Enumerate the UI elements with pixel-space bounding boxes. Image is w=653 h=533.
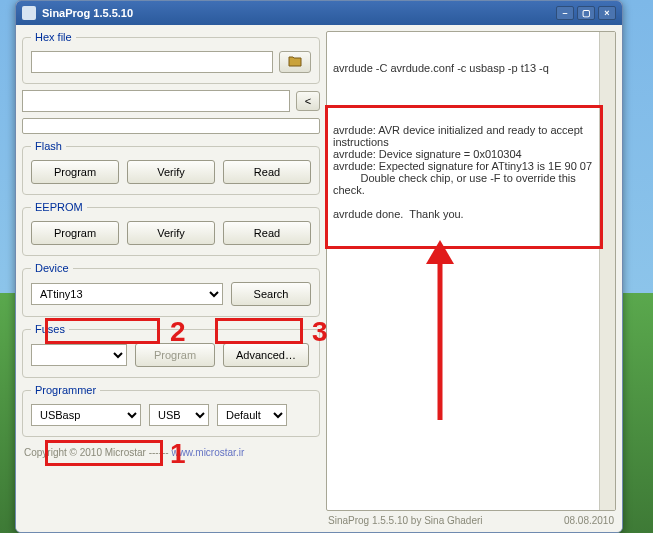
- expand-button[interactable]: <: [296, 91, 320, 111]
- programmer-select[interactable]: USBasp: [31, 404, 141, 426]
- speed-select[interactable]: Default: [217, 404, 287, 426]
- flash-program-button[interactable]: Program: [31, 160, 119, 184]
- right-column: avrdude -C avrdude.conf -c usbasp -p t13…: [326, 31, 616, 526]
- app-version-text: SinaProg 1.5.5.10 by Sina Ghaderi: [328, 515, 483, 526]
- port-select[interactable]: USB: [149, 404, 209, 426]
- window-buttons: – ▢ ×: [556, 6, 616, 20]
- left-column: Hex file < Flash: [22, 31, 320, 526]
- eeprom-group: EEPROM Program Verify Read: [22, 201, 320, 256]
- app-window: SinaProg 1.5.5.10 – ▢ × Hex file: [15, 0, 623, 533]
- eeprom-program-button[interactable]: Program: [31, 221, 119, 245]
- close-button[interactable]: ×: [598, 6, 616, 20]
- flash-legend: Flash: [31, 140, 66, 152]
- device-search-button[interactable]: Search: [231, 282, 311, 306]
- eeprom-read-button[interactable]: Read: [223, 221, 311, 245]
- flash-verify-button[interactable]: Verify: [127, 160, 215, 184]
- fuses-legend: Fuses: [31, 323, 69, 335]
- footer-right: SinaProg 1.5.5.10 by Sina Ghaderi 08.08.…: [326, 511, 616, 526]
- programmer-legend: Programmer: [31, 384, 100, 396]
- progress-bar: [22, 118, 320, 134]
- log-row: <: [22, 90, 320, 134]
- console-scrollbar[interactable]: [599, 32, 615, 510]
- fuses-preset-select[interactable]: [31, 344, 127, 366]
- eeprom-legend: EEPROM: [31, 201, 87, 213]
- copyright-text: Copyright © 2010 Microstar: [24, 447, 146, 458]
- folder-icon: [288, 55, 302, 69]
- device-group: Device ATtiny13 Search: [22, 262, 320, 317]
- hexfile-legend: Hex file: [31, 31, 76, 43]
- minimize-button[interactable]: –: [556, 6, 574, 20]
- device-legend: Device: [31, 262, 73, 274]
- log-input[interactable]: [22, 90, 290, 112]
- browse-button[interactable]: [279, 51, 311, 73]
- build-date-text: 08.08.2010: [564, 515, 614, 526]
- flash-group: Flash Program Verify Read: [22, 140, 320, 195]
- fuses-program-button: Program: [135, 343, 215, 367]
- console-output[interactable]: avrdude -C avrdude.conf -c usbasp -p t13…: [326, 31, 616, 511]
- app-icon: [22, 6, 36, 20]
- fuses-advanced-button[interactable]: Advanced…: [223, 343, 309, 367]
- website-link[interactable]: www.microstar.ir: [171, 447, 244, 458]
- window-title: SinaProg 1.5.5.10: [42, 7, 556, 19]
- maximize-button[interactable]: ▢: [577, 6, 595, 20]
- programmer-group: Programmer USBasp USB Default: [22, 384, 320, 437]
- eeprom-verify-button[interactable]: Verify: [127, 221, 215, 245]
- client-area: Hex file < Flash: [16, 25, 622, 532]
- console-body: avrdude: AVR device initialized and read…: [333, 124, 609, 220]
- footer-left: Copyright © 2010 Microstar ------ www.mi…: [22, 443, 320, 458]
- hexfile-group: Hex file: [22, 31, 320, 84]
- fuses-group: Fuses Program Advanced…: [22, 323, 320, 378]
- console-command: avrdude -C avrdude.conf -c usbasp -p t13…: [333, 62, 609, 74]
- device-select[interactable]: ATtiny13: [31, 283, 223, 305]
- flash-read-button[interactable]: Read: [223, 160, 311, 184]
- titlebar: SinaProg 1.5.5.10 – ▢ ×: [16, 1, 622, 25]
- hexfile-input[interactable]: [31, 51, 273, 73]
